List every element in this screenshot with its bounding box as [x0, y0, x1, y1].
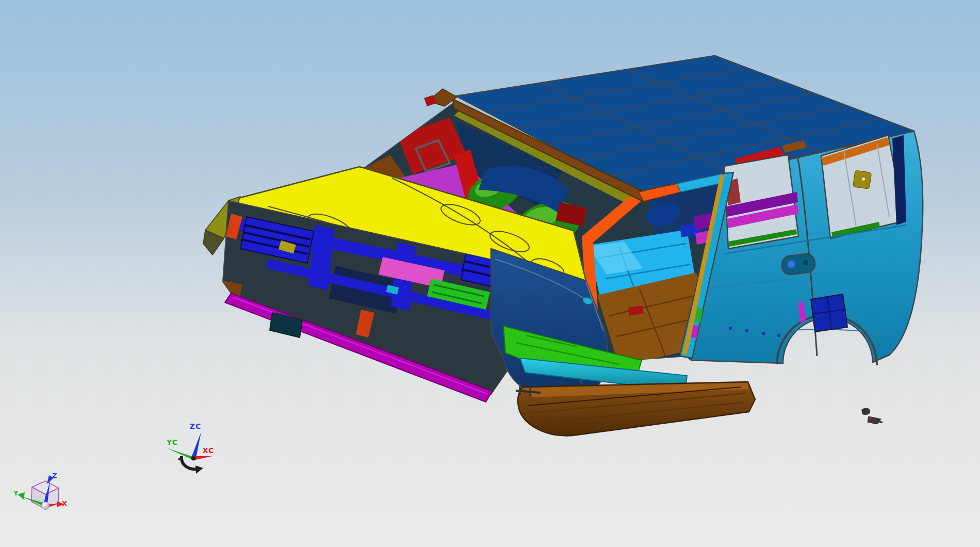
wcs-origin[interactable]: [191, 456, 196, 461]
rear-door-window: [724, 155, 798, 249]
wcs-y-label: YC: [166, 438, 178, 446]
door-handle-recess[interactable]: [781, 253, 816, 276]
viewport-canvas[interactable]: ZC YC XC Z Y X: [0, 0, 980, 547]
cad-viewport: ZC YC XC Z Y X: [0, 0, 980, 547]
view-x-label: X: [62, 500, 67, 507]
view-y-label: Y: [13, 489, 19, 497]
wcs-x-label: XC: [203, 446, 215, 455]
debris-red-dot: [869, 417, 872, 420]
view-origin-sphere[interactable]: [42, 502, 50, 510]
wcs-z-label: ZC: [190, 422, 201, 430]
view-z-label: Z: [52, 472, 57, 479]
